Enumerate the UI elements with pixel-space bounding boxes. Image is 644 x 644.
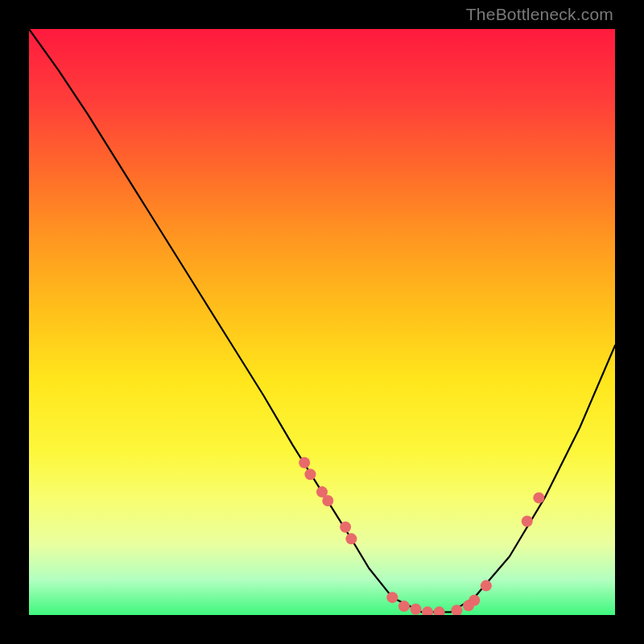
marker-dot — [340, 522, 351, 533]
marker-dot — [422, 606, 433, 615]
chart-svg — [29, 29, 615, 615]
marker-dot — [322, 495, 333, 506]
marker-dot — [469, 595, 480, 606]
marker-dot — [481, 580, 492, 592]
marker-points — [299, 457, 544, 615]
marker-dot — [398, 601, 410, 612]
marker-dot — [522, 516, 533, 527]
marker-dot — [299, 457, 310, 469]
marker-dot — [434, 606, 445, 615]
marker-dot — [410, 604, 421, 615]
marker-dot — [386, 592, 398, 603]
marker-dot — [533, 492, 544, 503]
watermark-label: TheBottleneck.com — [466, 5, 613, 24]
marker-dot — [304, 469, 316, 480]
chart-container: TheBottleneck.com — [0, 0, 644, 644]
chart-plot-area — [29, 29, 615, 615]
marker-dot — [345, 533, 357, 544]
